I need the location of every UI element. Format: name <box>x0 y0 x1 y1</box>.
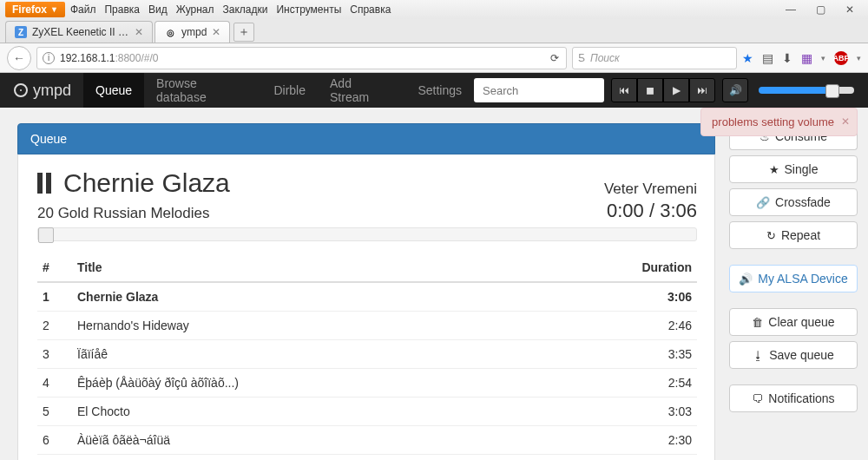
speaker-icon: 🔊 <box>739 273 753 286</box>
window-maximize-button[interactable]: ▢ <box>812 3 828 16</box>
table-row[interactable]: 1Chernie Glaza3:06 <box>37 282 697 312</box>
cell-number: 1 <box>37 282 72 312</box>
browser-search-field[interactable]: Ƽ Поиск <box>572 47 737 69</box>
table-row[interactable]: 5El Chocto3:03 <box>37 398 697 426</box>
notifications-button[interactable]: 🗨Notifications <box>729 384 858 412</box>
progress-handle[interactable] <box>38 227 54 243</box>
nav-queue[interactable]: Queue <box>83 73 144 108</box>
repeat-button[interactable]: ↻Repeat <box>729 221 858 249</box>
table-row[interactable]: 2Hernando's Hideway2:46 <box>37 312 697 340</box>
search-input[interactable] <box>474 78 604 102</box>
site-info-icon[interactable]: i <box>43 52 55 64</box>
stop-button[interactable]: ◼ <box>637 78 663 102</box>
pocket-icon[interactable]: ▤ <box>762 51 773 65</box>
back-button[interactable]: ← <box>7 46 31 70</box>
favicon-zyxel-icon: Z <box>15 26 27 38</box>
caret-down-icon[interactable]: ▾ <box>857 54 861 62</box>
favicon-ympd-icon: ◎ <box>164 26 176 38</box>
tab-close-icon[interactable]: ✕ <box>135 26 143 38</box>
prev-button[interactable]: ⏮ <box>611 78 637 102</box>
pause-icon <box>37 173 51 194</box>
table-row[interactable]: 4Êþáèþ (Åàüõàý ðîçû àõîïàõ...)2:54 <box>37 369 697 398</box>
reload-icon[interactable]: ⟳ <box>550 52 559 64</box>
menu-view[interactable]: Вид <box>148 3 168 16</box>
tab-title: ympd <box>181 26 207 38</box>
comment-icon: 🗨 <box>752 392 763 405</box>
table-row[interactable]: 6Àüèïã ôãëà¬áîüä2:30 <box>37 426 697 455</box>
alsa-device-button[interactable]: 🔊My ALSA Device <box>729 265 858 292</box>
cell-duration: 2:54 <box>535 369 697 398</box>
cell-number: 2 <box>37 312 72 340</box>
nav-browse[interactable]: Browse database <box>144 73 261 108</box>
volume-icon[interactable]: 🔊 <box>722 78 748 102</box>
next-button[interactable]: ⏭ <box>689 78 715 102</box>
alert-volume-error: problems setting volume ✕ <box>700 108 858 136</box>
volume-group: 🔊 <box>722 78 748 102</box>
col-title[interactable]: Title <box>72 253 535 282</box>
cell-title: Àüèïã ôãëà¬áîüä <box>72 426 535 455</box>
volume-slider[interactable] <box>759 87 854 94</box>
bookmark-star-icon[interactable]: ★ <box>742 51 753 65</box>
cell-number: 3 <box>37 340 72 369</box>
firefox-menu-button[interactable]: Firefox▼ <box>5 2 65 17</box>
cell-title: Êþáèþ (Åàüõàý ðîçû àõîïàõ...) <box>72 369 535 398</box>
play-button[interactable]: ▶ <box>663 78 689 102</box>
sidebar: ♨Consume ★Single 🔗Crossfade ↻Repeat 🔊My … <box>729 123 868 460</box>
cell-number: 4 <box>37 369 72 398</box>
link-icon: 🔗 <box>756 196 770 209</box>
now-playing-time: 0:00 / 3:06 <box>604 200 697 222</box>
search-provider-icon: Ƽ <box>578 52 585 64</box>
repeat-icon: ↻ <box>766 229 776 242</box>
cell-title: Ïãïíåê <box>72 340 535 369</box>
tab-close-icon[interactable]: ✕ <box>212 26 220 38</box>
brand[interactable]: ympd <box>14 82 71 100</box>
browser-tab-ympd[interactable]: ◎ ympd ✕ <box>155 21 230 43</box>
queue-table: # Title Duration 1Chernie Glaza3:062Hern… <box>37 253 697 455</box>
now-playing-title: Chernie Glaza <box>63 168 230 198</box>
save-icon: ⭳ <box>753 349 764 362</box>
cell-number: 5 <box>37 398 72 426</box>
title-bar: Firefox▼ Файл Правка Вид Журнал Закладки… <box>0 0 868 19</box>
download-icon[interactable]: ⬇ <box>782 51 792 65</box>
cell-duration: 3:03 <box>535 398 697 426</box>
adblock-icon[interactable]: ABP <box>834 51 848 65</box>
table-row[interactable]: 3Ïãïíåê3:35 <box>37 340 697 369</box>
cell-title: Chernie Glaza <box>72 282 535 312</box>
now-playing-artist: Veter Vremeni <box>604 181 697 198</box>
save-queue-button[interactable]: ⭳Save queue <box>729 341 858 369</box>
menu-bookmarks[interactable]: Закладки <box>223 3 268 16</box>
tiles-icon[interactable]: ▦ <box>801 51 812 65</box>
menu-help[interactable]: Справка <box>350 3 391 16</box>
window-minimize-button[interactable]: — <box>783 3 799 16</box>
single-button[interactable]: ★Single <box>729 155 858 183</box>
caret-down-icon: ▼ <box>50 5 58 14</box>
cell-duration: 2:46 <box>535 312 697 340</box>
tab-strip: Z ZyXEL Keenetic II Системный … ✕ ◎ ympd… <box>0 19 868 43</box>
progress-bar[interactable] <box>37 227 697 241</box>
new-tab-button[interactable]: ＋ <box>233 23 254 42</box>
address-field[interactable]: i 192.168.1.1:8800/#/0 ⟳ <box>36 47 567 69</box>
menu-history[interactable]: Журнал <box>176 3 214 16</box>
playback-button-group: ⏮ ◼ ▶ ⏭ <box>611 78 715 102</box>
crossfade-button[interactable]: 🔗Crossfade <box>729 188 858 216</box>
cell-title: Hernando's Hideway <box>72 312 535 340</box>
caret-down-icon[interactable]: ▾ <box>821 54 825 62</box>
url-text: 192.168.1.1:8800/#/0 <box>60 52 545 64</box>
menu-file[interactable]: Файл <box>70 3 96 16</box>
alert-close-icon[interactable]: ✕ <box>841 115 850 128</box>
window-close-button[interactable]: ✕ <box>842 3 858 16</box>
star-icon: ★ <box>769 163 779 176</box>
clear-queue-button[interactable]: 🗑Clear queue <box>729 308 858 336</box>
nav-add-stream[interactable]: Add Stream <box>318 73 405 108</box>
menu-edit[interactable]: Правка <box>104 3 140 16</box>
browser-tab-zyxel[interactable]: Z ZyXEL Keenetic II Системный … ✕ <box>5 21 153 43</box>
col-number[interactable]: # <box>37 253 72 282</box>
nav-settings[interactable]: Settings <box>405 73 474 108</box>
now-playing-album: 20 Gold Russian Melodies <box>37 205 230 222</box>
cell-duration: 3:35 <box>535 340 697 369</box>
menu-tools[interactable]: Инструменты <box>276 3 341 16</box>
nav-dirble[interactable]: Dirble <box>261 73 318 108</box>
app-navbar: ympd Queue Browse database Dirble Add St… <box>0 73 868 108</box>
cell-duration: 3:06 <box>535 282 697 312</box>
col-duration[interactable]: Duration <box>535 253 697 282</box>
